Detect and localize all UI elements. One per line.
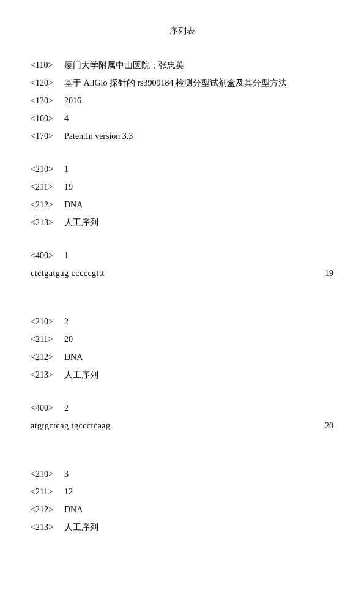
val-110: 厦门大学附属中山医院；张忠英 [64, 59, 333, 72]
seq3-tag-212: <212> [31, 503, 64, 516]
tag-110: <110> [31, 59, 64, 72]
tag-120: <120> [31, 76, 64, 89]
seq1-val-400: 1 [64, 249, 333, 262]
seq2-field-400: <400> 2 [31, 401, 333, 414]
seq1-tag-400: <400> [31, 249, 64, 262]
seq2-sequence: atgtgctcag tgccctcaag [31, 419, 111, 432]
val-120: 基于 AllGlo 探针的 rs3909184 检测分型试剂盒及其分型方法 [64, 76, 333, 89]
seq2-val-211: 20 [64, 333, 333, 346]
field-120: <120> 基于 AllGlo 探针的 rs3909184 检测分型试剂盒及其分… [31, 76, 333, 89]
seq1-length: 19 [325, 267, 333, 280]
seq1-field-212: <212> DNA [31, 198, 333, 211]
seq2-field-211: <211> 20 [31, 333, 333, 346]
seq2-tag-210: <210> [31, 315, 64, 328]
seq1-tag-210: <210> [31, 163, 64, 176]
seq2-val-212: DNA [64, 351, 333, 364]
seq1-val-212: DNA [64, 198, 333, 211]
seq2-val-213: 人工序列 [64, 368, 333, 381]
seq1-tag-211: <211> [31, 181, 64, 193]
seq3-val-213: 人工序列 [64, 521, 333, 534]
seq2-sequence-row: atgtgctcag tgccctcaag 20 [31, 419, 333, 432]
seq3-field-211: <211> 12 [31, 485, 333, 498]
seq2-tag-211: <211> [31, 333, 64, 346]
val-160: 4 [64, 112, 333, 125]
field-130: <130> 2016 [31, 94, 333, 107]
seq3-field-210: <210> 3 [31, 468, 333, 480]
page-title: 序列表 [31, 24, 333, 37]
seq1-field-213: <213> 人工序列 [31, 216, 333, 229]
seq3-val-212: DNA [64, 503, 333, 516]
seq1-sequence-row: ctctgatgag cccccgttt 19 [31, 267, 333, 280]
val-130: 2016 [64, 94, 333, 107]
seq1-field-211: <211> 19 [31, 181, 333, 193]
seq1-tag-213: <213> [31, 216, 64, 229]
seq3-tag-210: <210> [31, 468, 64, 480]
seq3-val-210: 3 [64, 468, 333, 480]
field-170: <170> PatentIn version 3.3 [31, 130, 333, 143]
seq3-field-213: <213> 人工序列 [31, 521, 333, 534]
tag-170: <170> [31, 130, 64, 143]
seq2-length: 20 [325, 419, 333, 432]
seq2-field-212: <212> DNA [31, 351, 333, 364]
seq1-field-210: <210> 1 [31, 163, 333, 176]
field-110: <110> 厦门大学附属中山医院；张忠英 [31, 59, 333, 72]
tag-130: <130> [31, 94, 64, 107]
seq1-val-213: 人工序列 [64, 216, 333, 229]
seq2-field-210: <210> 2 [31, 315, 333, 328]
seq1-sequence: ctctgatgag cccccgttt [31, 267, 105, 280]
seq3-tag-211: <211> [31, 485, 64, 498]
seq2-val-210: 2 [64, 315, 333, 328]
tag-160: <160> [31, 112, 64, 125]
seq1-tag-212: <212> [31, 198, 64, 211]
seq2-tag-213: <213> [31, 368, 64, 381]
seq3-val-211: 12 [64, 485, 333, 498]
seq1-field-400: <400> 1 [31, 249, 333, 262]
seq3-tag-213: <213> [31, 521, 64, 534]
seq1-val-211: 19 [64, 181, 333, 193]
seq2-val-400: 2 [64, 401, 333, 414]
seq2-field-213: <213> 人工序列 [31, 368, 333, 381]
val-170: PatentIn version 3.3 [64, 130, 333, 143]
seq2-tag-212: <212> [31, 351, 64, 364]
seq1-val-210: 1 [64, 163, 333, 176]
field-160: <160> 4 [31, 112, 333, 125]
seq3-field-212: <212> DNA [31, 503, 333, 516]
seq2-tag-400: <400> [31, 401, 64, 414]
